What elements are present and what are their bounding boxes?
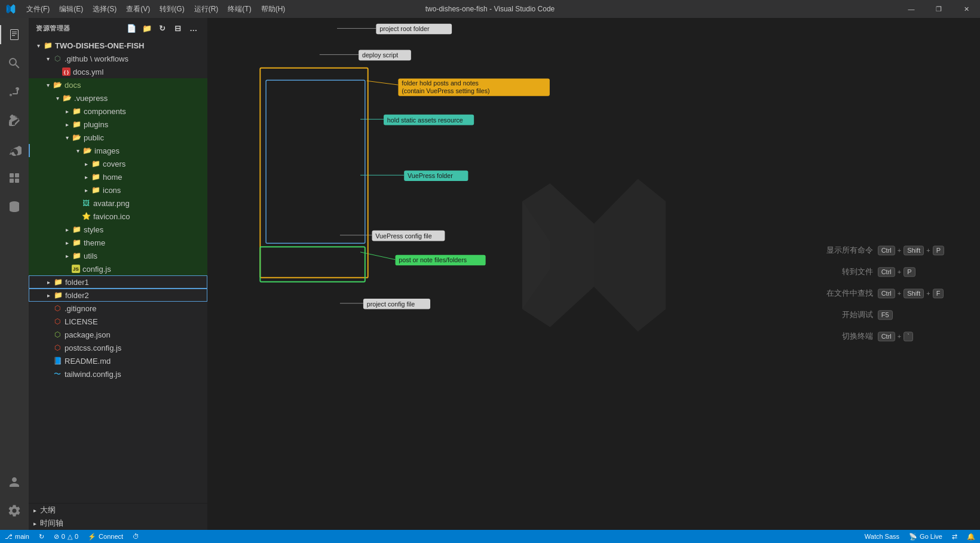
docs-label: docs <box>65 81 81 90</box>
svg-text:VuePress config file: VuePress config file <box>375 232 431 240</box>
status-connect[interactable]: ⚡ Connect <box>83 530 128 543</box>
activity-extensions2[interactable] <box>0 164 29 192</box>
docs-icon: 📂 <box>53 80 62 90</box>
shortcut-goto-file-keys: Ctrl + P <box>878 267 915 277</box>
folder2[interactable]: 📁 folder2 <box>29 289 207 302</box>
go-live-button[interactable]: 📡 Go Live <box>904 530 947 543</box>
package-json-label: package.json <box>65 330 111 339</box>
home-folder[interactable]: 📁 home <box>29 170 207 183</box>
utils-folder[interactable]: 📁 utils <box>29 249 207 262</box>
folder2-label: folder2 <box>65 291 89 300</box>
covers-folder[interactable]: 📁 covers <box>29 157 207 170</box>
styles-folder[interactable]: 📁 styles <box>29 223 207 236</box>
folder1[interactable]: 📁 folder1 <box>29 275 207 289</box>
status-errors[interactable]: ⊘ 0 △ 0 <box>49 530 83 543</box>
svg-rect-19 <box>404 170 468 181</box>
readme-file[interactable]: 📘 README.md <box>29 354 207 367</box>
collapse-button[interactable]: ⊟ <box>172 22 185 35</box>
timeline-panel[interactable]: ▸ 时间轴 <box>29 517 207 530</box>
public-folder[interactable]: 📂 public <box>29 131 207 144</box>
new-folder-button[interactable]: 📁 <box>140 22 154 35</box>
package-json-icon: ⬡ <box>53 330 62 339</box>
menu-bar: 文件(F) 编辑(E) 选择(S) 查看(V) 转到(G) 运行(R) 终端(T… <box>22 0 898 18</box>
menu-edit[interactable]: 编辑(E) <box>54 0 88 18</box>
styles-label: styles <box>84 225 103 234</box>
activity-bar <box>0 18 29 530</box>
status-bar: ⎇ main ↻ ⊘ 0 △ 0 ⚡ Connect ⏱ Watch Sass … <box>0 530 980 543</box>
menu-terminal[interactable]: 终端(T) <box>223 0 256 18</box>
folder1-arrow <box>44 275 53 289</box>
theme-folder[interactable]: 📁 theme <box>29 236 207 249</box>
svg-text:VuePress folder: VuePress folder <box>408 172 453 179</box>
vscode-icon <box>0 0 22 18</box>
svg-rect-0 <box>10 173 14 177</box>
menu-file[interactable]: 文件(F) <box>22 0 54 18</box>
vuepress-label: .vuepress <box>74 94 108 103</box>
tailwind-file[interactable]: 〜 tailwind.config.js <box>29 367 207 381</box>
docs-folder[interactable]: 📂 docs <box>29 78 207 91</box>
status-branch[interactable]: ⎇ main <box>0 530 34 543</box>
outline-panel[interactable]: ▸ 大纲 <box>29 504 207 517</box>
plugins-folder[interactable]: 📁 plugins <box>29 118 207 131</box>
folder1-label: folder1 <box>65 278 89 287</box>
activity-database[interactable] <box>0 192 29 221</box>
gitignore-file[interactable]: ⬡ .gitignore <box>29 302 207 315</box>
maximize-button[interactable]: ❐ <box>925 0 953 18</box>
connect-label: Connect <box>99 533 123 540</box>
menu-selection[interactable]: 选择(S) <box>88 0 121 18</box>
github-workflows-folder[interactable]: ⬡ .github \ workflows <box>29 52 207 65</box>
activity-account[interactable] <box>0 468 29 496</box>
favicon-icon: ⭐ <box>81 211 91 221</box>
watch-sass-label: Watch Sass <box>865 533 899 540</box>
icons-folder[interactable]: 📁 icons <box>29 183 207 197</box>
new-file-button[interactable]: 📄 <box>125 22 138 35</box>
components-folder[interactable]: 📁 components <box>29 105 207 118</box>
titlebar: 文件(F) 编辑(E) 选择(S) 查看(V) 转到(G) 运行(R) 终端(T… <box>0 0 980 18</box>
avatar-file[interactable]: 🖼 avatar.png <box>29 197 207 210</box>
tailwind-arrow <box>43 367 53 381</box>
favicon-label: favicon.ico <box>93 212 130 221</box>
warning-count: 0 <box>75 533 78 540</box>
watch-sass-button[interactable]: Watch Sass <box>860 530 904 543</box>
license-file[interactable]: ⬡ LICENSE <box>29 315 207 328</box>
vuepress-folder[interactable]: 📂 .vuepress <box>29 91 207 105</box>
gitignore-label: .gitignore <box>65 304 96 313</box>
svg-rect-16 <box>384 115 474 125</box>
more-options-button[interactable]: … <box>187 22 200 35</box>
images-folder[interactable]: 📂 images <box>29 144 207 157</box>
minimize-button[interactable]: — <box>898 0 925 18</box>
menu-run[interactable]: 运行(R) <box>189 0 223 18</box>
activity-run-debug[interactable] <box>0 135 29 164</box>
status-sync[interactable]: ↻ <box>34 530 49 543</box>
error-count: 0 <box>62 533 65 540</box>
root-folder[interactable]: 📁 TWO-DISHES-ONE-FISH <box>29 39 207 52</box>
svg-rect-32 <box>260 247 365 281</box>
activity-search[interactable] <box>0 49 29 78</box>
activity-source-control[interactable] <box>0 78 29 106</box>
favicon-file[interactable]: ⭐ favicon.ico <box>29 210 207 223</box>
postcss-file[interactable]: ⬡ postcss.config.js <box>29 341 207 354</box>
remote-button[interactable]: ⇄ <box>947 530 962 543</box>
menu-help[interactable]: 帮助(H) <box>256 0 290 18</box>
folder1-icon: 📁 <box>53 277 63 287</box>
status-history[interactable]: ⏱ <box>128 530 144 543</box>
refresh-button[interactable]: ↻ <box>156 22 169 35</box>
notification-button[interactable]: 🔔 <box>962 530 980 543</box>
menu-goto[interactable]: 转到(G) <box>155 0 189 18</box>
config-js-arrow <box>62 262 72 275</box>
branch-name: main <box>15 533 29 540</box>
public-arrow <box>62 131 72 144</box>
activity-explorer[interactable] <box>0 20 29 49</box>
svg-text:folder hold posts and notes: folder hold posts and notes <box>402 79 479 87</box>
close-button[interactable]: ✕ <box>953 0 980 18</box>
docs-yml-file[interactable]: { } docs.yml <box>29 65 207 78</box>
avatar-arrow <box>72 197 81 210</box>
activity-settings[interactable] <box>0 496 29 525</box>
svg-rect-2 <box>10 179 14 183</box>
package-json-file[interactable]: ⬡ package.json <box>29 328 207 341</box>
plugins-icon: 📁 <box>72 119 81 129</box>
menu-view[interactable]: 查看(V) <box>121 0 155 18</box>
config-js-file[interactable]: JS config.js <box>29 262 207 275</box>
warning-icon: △ <box>68 533 72 541</box>
activity-extensions[interactable] <box>0 106 29 135</box>
